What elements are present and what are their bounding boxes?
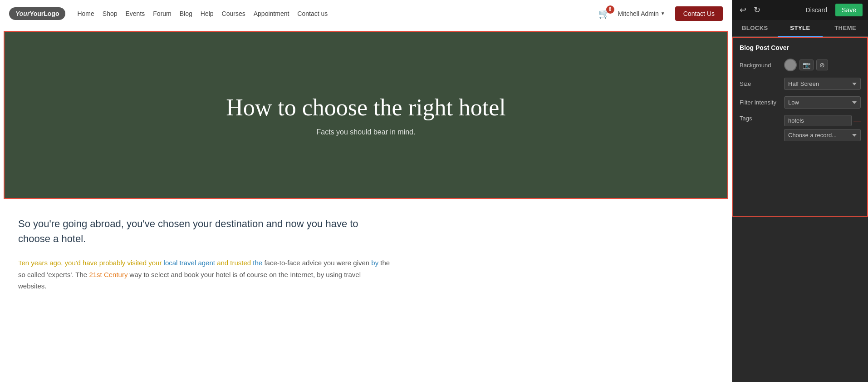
tags-choose-select[interactable]: Choose a record...: [784, 129, 861, 141]
panel-tabs: BLOCKS STYLE THEME: [732, 20, 868, 37]
nav-shop[interactable]: Shop: [103, 10, 118, 18]
user-area[interactable]: Mitchell Admin ▼: [618, 10, 665, 17]
right-panel: ↩ ↻ Discard Save BLOCKS STYLE THEME Blog…: [732, 0, 868, 382]
background-control: 📷 ⊘: [784, 59, 861, 71]
tab-style[interactable]: STYLE: [778, 20, 823, 37]
save-button[interactable]: Save: [835, 4, 863, 16]
hero-subtitle: Facts you should bear in mind.: [317, 128, 416, 136]
redo-button[interactable]: ↻: [752, 4, 762, 16]
size-select[interactable]: Half Screen Full Screen Auto: [784, 78, 861, 90]
panel-content: Blog Post Cover Background 📷 ⊘ Size Half…: [732, 37, 868, 217]
tags-label: Tags: [740, 115, 780, 122]
tag-item: hotels —: [784, 115, 861, 126]
filter-row: Filter Intensity Low Medium High None: [740, 96, 861, 109]
hero-title: How to choose the right hotel: [226, 94, 506, 121]
size-control: Half Screen Full Screen Auto: [784, 78, 861, 90]
panel-undo-redo: ↩ ↻: [738, 4, 762, 16]
article-body-text-1: Ten years ago, you'd have probably visit…: [18, 259, 164, 267]
panel-save-discard: Discard Save: [801, 4, 863, 16]
undo-button[interactable]: ↩: [738, 4, 748, 16]
panel-section-title: Blog Post Cover: [740, 44, 861, 51]
background-row: Background 📷 ⊘: [740, 59, 861, 71]
discard-button[interactable]: Discard: [801, 5, 832, 15]
background-color-swatch[interactable]: [784, 59, 797, 71]
filter-select[interactable]: Low Medium High None: [784, 96, 861, 109]
cart-area[interactable]: 🛒 8: [598, 8, 610, 19]
logo: YourYourLogo: [9, 7, 65, 20]
article-section: So you're going abroad, you've chosen yo…: [0, 203, 408, 306]
tag-remove-button[interactable]: —: [853, 117, 861, 125]
user-chevron-icon: ▼: [661, 11, 665, 16]
nav-appointment[interactable]: Appointment: [254, 10, 289, 18]
article-body-text-3: and trusted: [215, 259, 253, 267]
article-body-text-5: face-to-face advice you were given: [262, 259, 371, 267]
nav-courses[interactable]: Courses: [222, 10, 245, 18]
filter-control: Low Medium High None: [784, 96, 861, 109]
article-body-text-4: the: [253, 259, 262, 267]
article-body: Ten years ago, you'd have probably visit…: [18, 257, 390, 292]
background-label: Background: [740, 62, 780, 69]
nav-events[interactable]: Events: [126, 10, 145, 18]
tags-control: hotels — Choose a record...: [784, 115, 861, 141]
tags-row: Tags hotels — Choose a record...: [740, 115, 861, 141]
navbar: YourYourLogo Home Shop Events Forum Blog…: [0, 0, 732, 27]
hero-section: How to choose the right hotel Facts you …: [4, 31, 728, 199]
contact-us-button[interactable]: Contact Us: [675, 6, 723, 21]
tab-theme[interactable]: THEME: [823, 20, 868, 36]
article-intro: So you're going abroad, you've chosen yo…: [18, 216, 390, 246]
nav-forum[interactable]: Forum: [153, 10, 171, 18]
filter-label: Filter Intensity: [740, 99, 780, 106]
size-label: Size: [740, 80, 780, 87]
panel-rest: [732, 217, 868, 382]
nav-home[interactable]: Home: [77, 10, 94, 18]
nav-blog[interactable]: Blog: [180, 10, 192, 18]
article-body-text-2: local travel agent: [164, 259, 215, 267]
article-body-text-6: by: [371, 259, 378, 267]
nav-help[interactable]: Help: [201, 10, 214, 18]
cart-badge: 8: [606, 5, 614, 14]
nav-contact[interactable]: Contact us: [297, 10, 328, 18]
background-image-button[interactable]: 📷: [799, 60, 814, 70]
main-area: YourYourLogo Home Shop Events Forum Blog…: [0, 0, 732, 382]
panel-topbar: ↩ ↻ Discard Save: [732, 0, 868, 20]
tag-value: hotels: [784, 115, 852, 126]
nav-links: Home Shop Events Forum Blog Help Courses…: [77, 10, 593, 18]
size-row: Size Half Screen Full Screen Auto: [740, 78, 861, 90]
user-name: Mitchell Admin: [618, 10, 659, 17]
background-clear-button[interactable]: ⊘: [816, 60, 828, 70]
tab-blocks[interactable]: BLOCKS: [732, 20, 778, 36]
article-body-text-8: 21st Century: [89, 271, 128, 278]
